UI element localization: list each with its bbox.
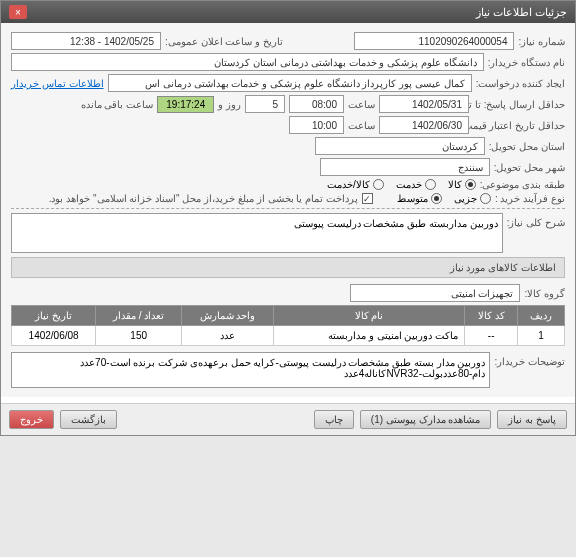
desc-field: دوربین مداربسته طبق مشخصات درلیست پیوستی <box>11 213 503 253</box>
exit-button[interactable]: خروج <box>9 410 54 429</box>
titlebar: جزئیات اطلاعات نیاز × <box>1 1 575 23</box>
col-name: نام کالا <box>274 306 465 326</box>
attachments-button[interactable]: مشاهده مدارک پیوستی (1) <box>360 410 492 429</box>
col-idx: ردیف <box>518 306 565 326</box>
price-validity-label: حداقل تاریخ اعتبار قیمت: تا تاریخ: <box>473 120 565 131</box>
purchase-type-label: نوع فرآیند خرید : <box>495 193 565 204</box>
table-row[interactable]: 1 -- ماکت دوربین امنیتی و مداربسته عدد 1… <box>12 326 565 346</box>
col-code: کد کالا <box>465 306 518 326</box>
cell-name: ماکت دوربین امنیتی و مداربسته <box>274 326 465 346</box>
city-field: سنندج <box>320 158 490 176</box>
col-date: تاریخ نیاز <box>12 306 96 326</box>
category-label: طبقه بندی موضوعی: <box>480 179 565 190</box>
buyer-notes-label: توضیحات خریدار: <box>494 352 565 367</box>
group-field: تجهیزات امنیتی <box>350 284 520 302</box>
need-number-label: شماره نیاز: <box>518 36 565 47</box>
col-unit: واحد شمارش <box>182 306 274 326</box>
cell-date: 1402/06/08 <box>12 326 96 346</box>
province-field: کردستان <box>315 137 485 155</box>
group-label: گروه کالا: <box>524 288 565 299</box>
buyer-label: نام دستگاه خریدار: <box>488 57 565 68</box>
category-goods-radio[interactable]: کالا <box>448 179 476 190</box>
category-service-radio[interactable]: خدمت <box>396 179 436 190</box>
back-button[interactable]: بازگشت <box>60 410 117 429</box>
days-field: 5 <box>245 95 285 113</box>
print-button[interactable]: چاپ <box>314 410 354 429</box>
time-label-1: ساعت <box>348 99 375 110</box>
buyer-field: دانشگاه علوم پزشکی و خدمات بهداشتی درمان… <box>11 53 484 71</box>
requester-label: ایجاد کننده درخواست: <box>476 78 565 89</box>
respond-button[interactable]: پاسخ به نیاز <box>497 410 567 429</box>
payment-checkbox[interactable] <box>362 193 373 204</box>
remaining-label: ساعت باقی مانده <box>81 99 154 110</box>
days-label: روز و <box>218 99 241 110</box>
col-qty: تعداد / مقدار <box>96 306 182 326</box>
buyer-notes-field: دوربین مدار بسته طبق مشخصات درلیست پیوست… <box>11 352 490 388</box>
category-radio-group: کالا خدمت کالا/خدمت <box>327 179 476 190</box>
desc-label: شرح کلی نیاز: <box>507 213 565 228</box>
need-number-field: 1102090264000054 <box>354 32 514 50</box>
province-label: استان محل تحویل: <box>489 141 565 152</box>
purchase-type-radio-group: جزیی متوسط <box>397 193 491 204</box>
footer-toolbar: پاسخ به نیاز مشاهده مدارک پیوستی (1) چاپ… <box>1 403 575 435</box>
items-table: ردیف کد کالا نام کالا واحد شمارش تعداد /… <box>11 305 565 346</box>
purchase-small-radio[interactable]: جزیی <box>454 193 491 204</box>
announce-label: تاریخ و ساعت اعلان عمومی: <box>165 36 283 47</box>
table-header-row: ردیف کد کالا نام کالا واحد شمارش تعداد /… <box>12 306 565 326</box>
cell-unit: عدد <box>182 326 274 346</box>
cell-idx: 1 <box>518 326 565 346</box>
announce-date-field: 1402/05/25 - 12:38 <box>11 32 161 50</box>
requester-field: کمال عیسی پور کارپرداز دانشگاه علوم پزشک… <box>108 74 472 92</box>
cell-code: -- <box>465 326 518 346</box>
purchase-medium-radio[interactable]: متوسط <box>397 193 442 204</box>
cell-qty: 150 <box>96 326 182 346</box>
window-title: جزئیات اطلاعات نیاز <box>476 6 567 19</box>
deadline-date-field: 1402/05/31 <box>379 95 469 113</box>
contact-link[interactable]: اطلاعات تماس خریدار <box>11 78 104 89</box>
items-section-header: اطلاعات کالاهای مورد نیاز <box>11 257 565 278</box>
price-validity-date-field: 1402/06/30 <box>379 116 469 134</box>
time-label-2: ساعت <box>348 120 375 131</box>
close-icon[interactable]: × <box>9 5 27 19</box>
payment-note: پرداخت تمام یا بخشی از مبلغ خرید،از محل … <box>49 193 358 204</box>
deadline-label: حداقل ارسال پاسخ: تا تاریخ: <box>473 99 565 110</box>
category-both-radio[interactable]: کالا/خدمت <box>327 179 384 190</box>
city-label: شهر محل تحویل: <box>494 162 565 173</box>
countdown-field: 19:17:24 <box>157 96 214 113</box>
price-validity-time-field: 10:00 <box>289 116 344 134</box>
deadline-time-field: 08:00 <box>289 95 344 113</box>
